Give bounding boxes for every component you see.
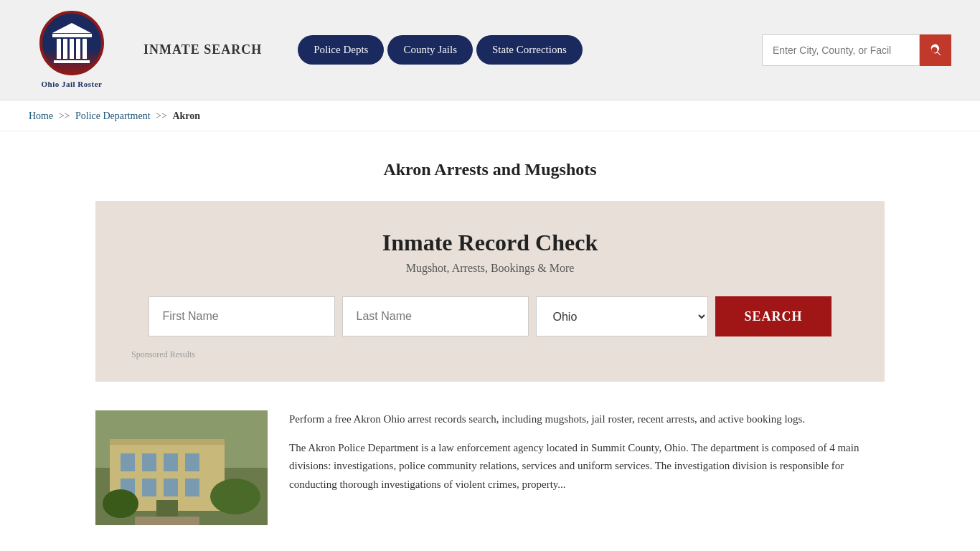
svg-rect-3 <box>110 439 225 445</box>
content-paragraph-2: The Akron Police Department is a law enf… <box>289 439 885 494</box>
breadcrumb-sep2: >> <box>156 110 167 121</box>
content-text: Perform a free Akron Ohio arrest records… <box>289 410 885 504</box>
svg-rect-6 <box>164 453 178 471</box>
breadcrumb: Home >> Police Department >> Akron <box>29 110 200 121</box>
record-check-title: Inmate Record Check <box>131 230 849 256</box>
building-svg <box>95 410 268 525</box>
site-name: Ohio Jail Roster <box>42 79 103 89</box>
svg-point-13 <box>210 479 260 514</box>
svg-rect-9 <box>142 479 156 496</box>
breadcrumb-current: Akron <box>172 110 200 121</box>
svg-rect-7 <box>185 453 199 471</box>
nav-buttons: Police Depts County Jails State Correcti… <box>298 35 583 65</box>
content-section: Perform a free Akron Ohio arrest records… <box>95 403 885 532</box>
content-paragraph-1: Perform a free Akron Ohio arrest records… <box>289 410 885 429</box>
first-name-input[interactable] <box>149 296 335 336</box>
header-search-area <box>762 34 951 66</box>
svg-rect-15 <box>135 517 199 525</box>
nav-county-jails[interactable]: County Jails <box>387 35 473 65</box>
logo-area: Ohio Jail Roster <box>29 11 115 89</box>
breadcrumb-home[interactable]: Home <box>29 110 53 121</box>
svg-rect-11 <box>185 479 199 496</box>
nav-police-depts[interactable]: Police Depts <box>298 35 384 65</box>
page-content: Akron Arrests and Mugshots Inmate Record… <box>0 131 980 551</box>
record-search-button[interactable]: SEARCH <box>715 296 831 336</box>
breadcrumb-police-dept[interactable]: Police Department <box>75 110 151 121</box>
svg-rect-10 <box>164 479 178 496</box>
sponsored-results-label: Sponsored Results <box>131 349 849 360</box>
record-form: Ohio SEARCH <box>131 296 849 336</box>
breadcrumb-bar: Home >> Police Department >> Akron <box>0 100 980 131</box>
search-icon <box>929 44 942 57</box>
breadcrumb-sep1: >> <box>59 110 70 121</box>
record-check-subtitle: Mugshot, Arrests, Bookings & More <box>131 262 849 275</box>
inmate-search-label: INMATE SEARCH <box>143 42 262 57</box>
record-check-box: Inmate Record Check Mugshot, Arrests, Bo… <box>95 201 885 382</box>
header: Ohio Jail Roster INMATE SEARCH Police De… <box>0 0 980 100</box>
page-title: Akron Arrests and Mugshots <box>29 160 951 179</box>
nav-state-corrections[interactable]: State Corrections <box>476 35 583 65</box>
svg-point-14 <box>103 489 138 518</box>
svg-rect-4 <box>121 453 135 471</box>
svg-rect-5 <box>142 453 156 471</box>
header-search-button[interactable] <box>920 34 951 66</box>
building-image <box>95 410 268 525</box>
state-select[interactable]: Ohio <box>536 296 708 336</box>
last-name-input[interactable] <box>342 296 529 336</box>
logo-icon <box>39 11 104 75</box>
header-search-input[interactable] <box>762 34 920 66</box>
